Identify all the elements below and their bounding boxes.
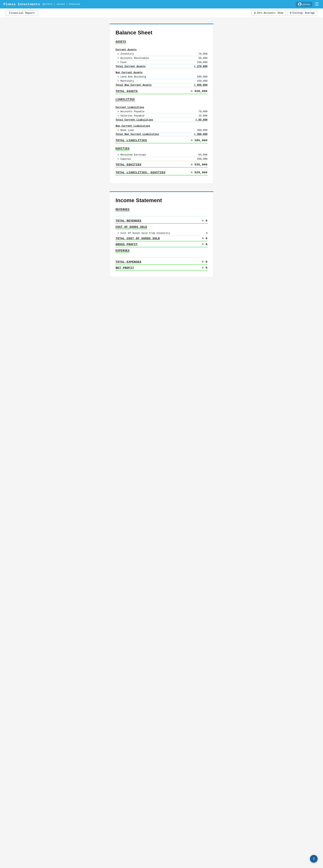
scroll-to-top-icon: ⇧ xyxy=(312,857,316,861)
current-assets-label: Current Assets xyxy=(116,48,207,51)
total-liabilities-label: TOTAL LIABILITIES xyxy=(116,139,147,142)
costing-icon: ⚲ xyxy=(290,11,292,14)
line-item-value: 70,000 xyxy=(198,110,207,113)
list-item: > Cost Of Goods Sold From Inventory0 xyxy=(116,231,207,236)
total-expenses-label: TOTAL EXPENSES xyxy=(116,260,141,264)
non-current-assets-label: Non Current Assets xyxy=(116,71,207,74)
revenues-divider xyxy=(116,216,207,217)
liabilities-label: LIABILITIES xyxy=(116,98,135,102)
main-content: Balance Sheet ASSETS Current Assets > In… xyxy=(104,18,219,296)
header-right: 👤 plomia ☰ xyxy=(296,2,320,7)
line-item-value: 150,000 xyxy=(197,61,207,64)
user-button[interactable]: 👤 plomia xyxy=(296,2,312,7)
costing-label: Costing: Average xyxy=(293,12,315,14)
toolbar-right: ⚲ Zero Accounts: Show ⚲ Costing: Average xyxy=(252,10,317,16)
line-item-label: > Inventory xyxy=(116,53,134,55)
total-current-liabilities-row: Total Current Liabilities = 85,000 xyxy=(116,118,207,122)
line-item-value: 50,000 xyxy=(198,57,207,60)
expenses-section: EXPENSES TOTAL EXPENSES = 0 xyxy=(116,249,207,265)
line-item-label: > Accounts Payable xyxy=(116,110,144,113)
equities-label: EQUITIES xyxy=(116,147,129,151)
total-equities-row: TOTAL EQUITIES = 535,000 xyxy=(116,163,207,167)
total-current-liabilities-label: Total Current Liabilities xyxy=(116,118,153,121)
list-item: > Land And Building500,000 xyxy=(116,75,207,79)
user-icon: 👤 xyxy=(298,2,301,6)
total-liabilities-row: TOTAL LIABILITIES = 385,000 xyxy=(116,139,207,143)
total-revenues-value: = 0 xyxy=(202,219,207,222)
net-profit-label: NET PROFIT xyxy=(116,266,134,270)
line-item-value: 450,000 xyxy=(197,158,207,160)
line-item-value: 15,000 xyxy=(198,114,207,117)
total-revenues-row: TOTAL REVENUES = 0 xyxy=(116,219,207,224)
balance-sheet-section: Balance Sheet ASSETS Current Assets > In… xyxy=(110,24,213,184)
line-item-label: > Salaries Payable xyxy=(116,114,144,117)
total-cogs-label: TOTAL COST OF GOODS SOLD xyxy=(116,237,160,240)
line-item-value: 150,000 xyxy=(197,80,207,83)
list-item: > Accounts Payable70,000 xyxy=(116,110,207,114)
total-non-current-assets-value: = 650,000 xyxy=(194,84,207,87)
list-item: > Retained Earnings85,000 xyxy=(116,153,207,157)
costing-button[interactable]: ⚲ Costing: Average xyxy=(287,10,317,16)
total-current-assets-value: = 270,000 xyxy=(194,65,207,68)
revenues-section: REVENUES TOTAL REVENUES = 0 xyxy=(116,208,207,224)
line-item-value: 500,000 xyxy=(197,75,207,78)
total-non-current-liabilities-row: Total Non Current Liabilities = 300,000 xyxy=(116,133,207,136)
line-item-value: 0 xyxy=(206,232,207,235)
list-item: > Accounts Receivable50,000 xyxy=(116,56,207,60)
equities-section: EQUITIES > Retained Earnings85,000> Capi… xyxy=(116,147,207,176)
total-expenses-row: TOTAL EXPENSES = 0 xyxy=(116,260,207,265)
header-links[interactable]: @plomia | upload | download xyxy=(43,3,80,6)
list-item: > Bank Loan300,000 xyxy=(116,128,207,132)
total-non-current-liabilities-label: Total Non Current Liabilities xyxy=(116,133,159,136)
line-item-label: > Retained Earnings xyxy=(116,153,146,156)
total-current-assets-label: Total Current Assets xyxy=(116,65,146,68)
list-item: > Machinery150,000 xyxy=(116,79,207,83)
current-liabilities-label: Current Liabilities xyxy=(116,106,207,109)
filter-icon: ⚲ xyxy=(254,11,256,14)
liabilities-section: LIABILITIES Current Liabilities > Accoun… xyxy=(116,98,207,143)
income-statement-title: Income Statement xyxy=(116,197,207,204)
total-liabilities-equities-label: TOTAL LIABILITIES, EQUITIES xyxy=(116,171,165,174)
list-item: > Capital450,000 xyxy=(116,157,207,161)
cogs-label: COST OF GOODS SOLD xyxy=(116,225,147,229)
current-liabilities-items: > Accounts Payable70,000> Salaries Payab… xyxy=(116,110,207,118)
balance-sheet-title: Balance Sheet xyxy=(116,30,207,36)
app-logo: Plomia Investments xyxy=(3,2,40,6)
scroll-to-top-button[interactable]: ⇧ xyxy=(310,855,318,863)
expenses-divider xyxy=(116,257,207,258)
total-equities-value: = 535,000 xyxy=(191,163,207,166)
header-left: Plomia Investments @plomia | upload | do… xyxy=(3,2,80,6)
equities-items: > Retained Earnings85,000> Capital450,00… xyxy=(116,153,207,161)
list-item: > Inventory70,000 xyxy=(116,52,207,56)
report-title: Financial Report xyxy=(6,10,38,16)
total-liabilities-value: = 385,000 xyxy=(191,139,207,142)
total-non-current-liabilities-value: = 300,000 xyxy=(194,133,207,136)
net-profit-row: NET PROFIT = 0 xyxy=(116,266,207,271)
user-label: plomia xyxy=(303,3,310,6)
non-current-liabilities-label: Non Current Liabilities xyxy=(116,125,207,127)
gross-profit-row: GROSS PROFIT = 0 xyxy=(116,243,207,247)
gross-profit-value: = 0 xyxy=(202,243,207,246)
line-item-value: 85,000 xyxy=(198,153,207,156)
cogs-section: COST OF GOODS SOLD > Cost Of Goods Sold … xyxy=(116,225,207,241)
total-cogs-row: TOTAL COST OF GOODS SOLD = 0 xyxy=(116,237,207,241)
line-item-value: 70,000 xyxy=(198,53,207,55)
income-statement-section: Income Statement REVENUES TOTAL REVENUES… xyxy=(110,191,213,277)
list-item: > Salaries Payable15,000 xyxy=(116,114,207,118)
zero-accounts-button[interactable]: ⚲ Zero Accounts: Show xyxy=(252,10,286,16)
hamburger-button[interactable]: ☰ xyxy=(314,2,320,7)
total-non-current-assets-row: Total Non Current Assets = 650,000 xyxy=(116,84,207,87)
total-assets-label: TOTAL ASSETS xyxy=(116,90,138,93)
line-item-label: > Accounts Receivable xyxy=(116,57,149,60)
total-liabilities-equities-row: TOTAL LIABILITIES, EQUITIES = 920,000 xyxy=(116,171,207,176)
assets-section: ASSETS Current Assets > Inventory70,000>… xyxy=(116,40,207,94)
non-current-liabilities-items: > Bank Loan300,000 xyxy=(116,128,207,132)
line-item-label: > Land And Building xyxy=(116,75,146,78)
list-item: > Cash150,000 xyxy=(116,60,207,65)
line-item-value: 300,000 xyxy=(197,129,207,132)
gross-profit-label: GROSS PROFIT xyxy=(116,243,138,246)
toolbar: Financial Report ⚲ Zero Accounts: Show ⚲… xyxy=(0,8,323,18)
total-current-assets-row: Total Current Assets = 270,000 xyxy=(116,65,207,68)
total-expenses-value: = 0 xyxy=(202,260,207,264)
line-item-label: > Cost Of Goods Sold From Inventory xyxy=(116,232,170,235)
